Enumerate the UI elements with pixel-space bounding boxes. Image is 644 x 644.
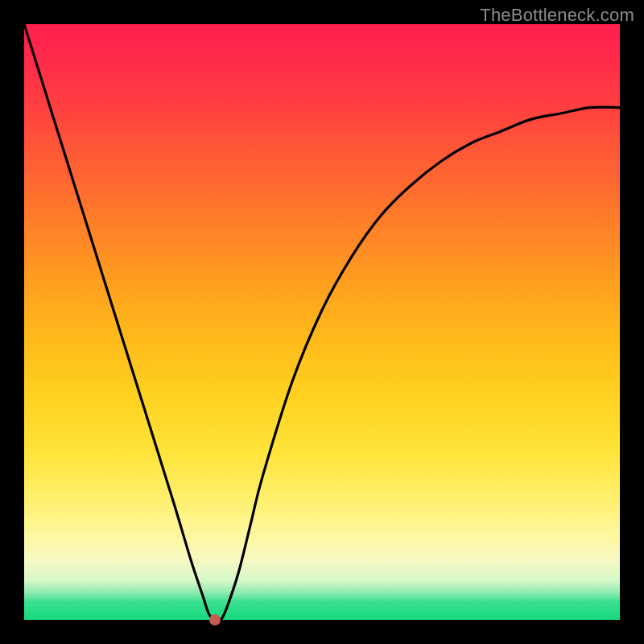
- chart-frame: TheBottleneck.com: [0, 0, 644, 644]
- plot-area: [24, 24, 620, 620]
- bottleneck-curve-path: [24, 24, 620, 620]
- watermark-text: TheBottleneck.com: [480, 5, 634, 26]
- optimal-point-marker: [209, 614, 221, 625]
- curve-svg: [24, 24, 620, 620]
